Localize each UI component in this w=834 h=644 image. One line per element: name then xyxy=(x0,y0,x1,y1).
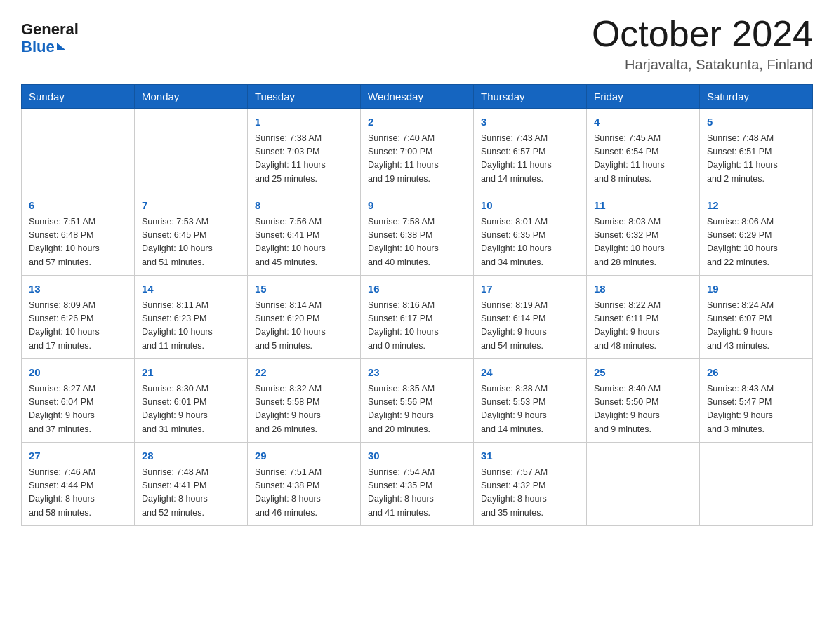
column-header-friday: Friday xyxy=(587,85,700,109)
calendar-cell: 28Sunrise: 7:48 AM Sunset: 4:41 PM Dayli… xyxy=(135,443,248,526)
calendar-cell xyxy=(22,109,135,192)
day-info: Sunrise: 7:57 AM Sunset: 4:32 PM Dayligh… xyxy=(481,466,579,521)
day-info: Sunrise: 8:40 AM Sunset: 5:50 PM Dayligh… xyxy=(594,382,692,437)
calendar-cell: 30Sunrise: 7:54 AM Sunset: 4:35 PM Dayli… xyxy=(361,443,474,526)
day-number: 6 xyxy=(29,198,127,214)
calendar-cell: 15Sunrise: 8:14 AM Sunset: 6:20 PM Dayli… xyxy=(248,276,361,359)
day-number: 21 xyxy=(142,365,240,381)
calendar-cell: 19Sunrise: 8:24 AM Sunset: 6:07 PM Dayli… xyxy=(700,276,813,359)
day-number: 29 xyxy=(255,448,353,464)
calendar-cell: 10Sunrise: 8:01 AM Sunset: 6:35 PM Dayli… xyxy=(474,192,587,276)
day-number: 30 xyxy=(368,448,466,464)
calendar-cell: 13Sunrise: 8:09 AM Sunset: 6:26 PM Dayli… xyxy=(22,276,135,359)
day-info: Sunrise: 7:51 AM Sunset: 6:48 PM Dayligh… xyxy=(29,215,127,270)
day-number: 8 xyxy=(255,198,353,214)
calendar-cell: 7Sunrise: 7:53 AM Sunset: 6:45 PM Daylig… xyxy=(135,192,248,276)
day-info: Sunrise: 7:51 AM Sunset: 4:38 PM Dayligh… xyxy=(255,466,353,521)
day-info: Sunrise: 8:24 AM Sunset: 6:07 PM Dayligh… xyxy=(707,299,805,354)
calendar-cell: 29Sunrise: 7:51 AM Sunset: 4:38 PM Dayli… xyxy=(248,443,361,526)
calendar-week-row: 27Sunrise: 7:46 AM Sunset: 4:44 PM Dayli… xyxy=(22,443,813,526)
day-number: 11 xyxy=(594,198,692,214)
calendar-cell: 22Sunrise: 8:32 AM Sunset: 5:58 PM Dayli… xyxy=(248,359,361,443)
logo-blue-text: Blue xyxy=(21,38,55,56)
day-info: Sunrise: 7:56 AM Sunset: 6:41 PM Dayligh… xyxy=(255,215,353,270)
calendar-cell: 16Sunrise: 8:16 AM Sunset: 6:17 PM Dayli… xyxy=(361,276,474,359)
calendar-cell: 25Sunrise: 8:40 AM Sunset: 5:50 PM Dayli… xyxy=(587,359,700,443)
calendar-cell xyxy=(135,109,248,192)
calendar-cell: 31Sunrise: 7:57 AM Sunset: 4:32 PM Dayli… xyxy=(474,443,587,526)
day-number: 14 xyxy=(142,281,240,297)
day-info: Sunrise: 7:54 AM Sunset: 4:35 PM Dayligh… xyxy=(368,466,466,521)
calendar-cell: 12Sunrise: 8:06 AM Sunset: 6:29 PM Dayli… xyxy=(700,192,813,276)
calendar-cell: 11Sunrise: 8:03 AM Sunset: 6:32 PM Dayli… xyxy=(587,192,700,276)
location-title: Harjavalta, Satakunta, Finland xyxy=(592,57,813,73)
day-number: 3 xyxy=(481,114,579,130)
calendar-cell: 26Sunrise: 8:43 AM Sunset: 5:47 PM Dayli… xyxy=(700,359,813,443)
day-number: 10 xyxy=(481,198,579,214)
day-number: 12 xyxy=(707,198,805,214)
logo: General Blue xyxy=(21,21,79,56)
logo-triangle-icon xyxy=(57,43,65,50)
column-header-saturday: Saturday xyxy=(700,85,813,109)
day-info: Sunrise: 8:19 AM Sunset: 6:14 PM Dayligh… xyxy=(481,299,579,354)
day-number: 13 xyxy=(29,281,127,297)
day-info: Sunrise: 8:06 AM Sunset: 6:29 PM Dayligh… xyxy=(707,215,805,270)
title-section: October 2024 Harjavalta, Satakunta, Finl… xyxy=(592,14,813,73)
logo-general-text: General xyxy=(21,21,79,38)
day-info: Sunrise: 8:09 AM Sunset: 6:26 PM Dayligh… xyxy=(29,299,127,354)
day-info: Sunrise: 7:43 AM Sunset: 6:57 PM Dayligh… xyxy=(481,132,579,187)
day-info: Sunrise: 8:14 AM Sunset: 6:20 PM Dayligh… xyxy=(255,299,353,354)
day-info: Sunrise: 7:58 AM Sunset: 6:38 PM Dayligh… xyxy=(368,215,466,270)
calendar-week-row: 20Sunrise: 8:27 AM Sunset: 6:04 PM Dayli… xyxy=(22,359,813,443)
calendar-week-row: 1Sunrise: 7:38 AM Sunset: 7:03 PM Daylig… xyxy=(22,109,813,192)
calendar-cell: 18Sunrise: 8:22 AM Sunset: 6:11 PM Dayli… xyxy=(587,276,700,359)
day-number: 4 xyxy=(594,114,692,130)
calendar-cell: 8Sunrise: 7:56 AM Sunset: 6:41 PM Daylig… xyxy=(248,192,361,276)
calendar-cell: 14Sunrise: 8:11 AM Sunset: 6:23 PM Dayli… xyxy=(135,276,248,359)
day-info: Sunrise: 7:53 AM Sunset: 6:45 PM Dayligh… xyxy=(142,215,240,270)
calendar-cell: 3Sunrise: 7:43 AM Sunset: 6:57 PM Daylig… xyxy=(474,109,587,192)
calendar-cell: 6Sunrise: 7:51 AM Sunset: 6:48 PM Daylig… xyxy=(22,192,135,276)
day-info: Sunrise: 8:16 AM Sunset: 6:17 PM Dayligh… xyxy=(368,299,466,354)
column-header-thursday: Thursday xyxy=(474,85,587,109)
day-info: Sunrise: 7:48 AM Sunset: 6:51 PM Dayligh… xyxy=(707,132,805,187)
calendar-cell: 9Sunrise: 7:58 AM Sunset: 6:38 PM Daylig… xyxy=(361,192,474,276)
day-number: 18 xyxy=(594,281,692,297)
day-info: Sunrise: 8:11 AM Sunset: 6:23 PM Dayligh… xyxy=(142,299,240,354)
calendar-cell: 1Sunrise: 7:38 AM Sunset: 7:03 PM Daylig… xyxy=(248,109,361,192)
day-info: Sunrise: 8:32 AM Sunset: 5:58 PM Dayligh… xyxy=(255,382,353,437)
day-number: 9 xyxy=(368,198,466,214)
day-info: Sunrise: 7:46 AM Sunset: 4:44 PM Dayligh… xyxy=(29,466,127,521)
day-number: 24 xyxy=(481,365,579,381)
day-info: Sunrise: 8:22 AM Sunset: 6:11 PM Dayligh… xyxy=(594,299,692,354)
day-number: 15 xyxy=(255,281,353,297)
day-info: Sunrise: 7:38 AM Sunset: 7:03 PM Dayligh… xyxy=(255,132,353,187)
calendar-cell xyxy=(700,443,813,526)
calendar-cell: 17Sunrise: 8:19 AM Sunset: 6:14 PM Dayli… xyxy=(474,276,587,359)
day-info: Sunrise: 8:30 AM Sunset: 6:01 PM Dayligh… xyxy=(142,382,240,437)
day-number: 7 xyxy=(142,198,240,214)
calendar-cell: 20Sunrise: 8:27 AM Sunset: 6:04 PM Dayli… xyxy=(22,359,135,443)
day-number: 17 xyxy=(481,281,579,297)
day-number: 5 xyxy=(707,114,805,130)
calendar-cell: 2Sunrise: 7:40 AM Sunset: 7:00 PM Daylig… xyxy=(361,109,474,192)
day-number: 26 xyxy=(707,365,805,381)
column-header-tuesday: Tuesday xyxy=(248,85,361,109)
day-number: 16 xyxy=(368,281,466,297)
day-number: 22 xyxy=(255,365,353,381)
calendar-week-row: 13Sunrise: 8:09 AM Sunset: 6:26 PM Dayli… xyxy=(22,276,813,359)
day-info: Sunrise: 8:03 AM Sunset: 6:32 PM Dayligh… xyxy=(594,215,692,270)
calendar-cell: 27Sunrise: 7:46 AM Sunset: 4:44 PM Dayli… xyxy=(22,443,135,526)
calendar-cell: 23Sunrise: 8:35 AM Sunset: 5:56 PM Dayli… xyxy=(361,359,474,443)
day-number: 28 xyxy=(142,448,240,464)
calendar-cell: 24Sunrise: 8:38 AM Sunset: 5:53 PM Dayli… xyxy=(474,359,587,443)
day-number: 1 xyxy=(255,114,353,130)
day-number: 2 xyxy=(368,114,466,130)
day-info: Sunrise: 8:35 AM Sunset: 5:56 PM Dayligh… xyxy=(368,382,466,437)
column-header-wednesday: Wednesday xyxy=(361,85,474,109)
calendar-cell: 5Sunrise: 7:48 AM Sunset: 6:51 PM Daylig… xyxy=(700,109,813,192)
day-info: Sunrise: 7:48 AM Sunset: 4:41 PM Dayligh… xyxy=(142,466,240,521)
page-header: General Blue October 2024 Harjavalta, Sa… xyxy=(21,14,813,73)
day-number: 20 xyxy=(29,365,127,381)
calendar-cell: 21Sunrise: 8:30 AM Sunset: 6:01 PM Dayli… xyxy=(135,359,248,443)
